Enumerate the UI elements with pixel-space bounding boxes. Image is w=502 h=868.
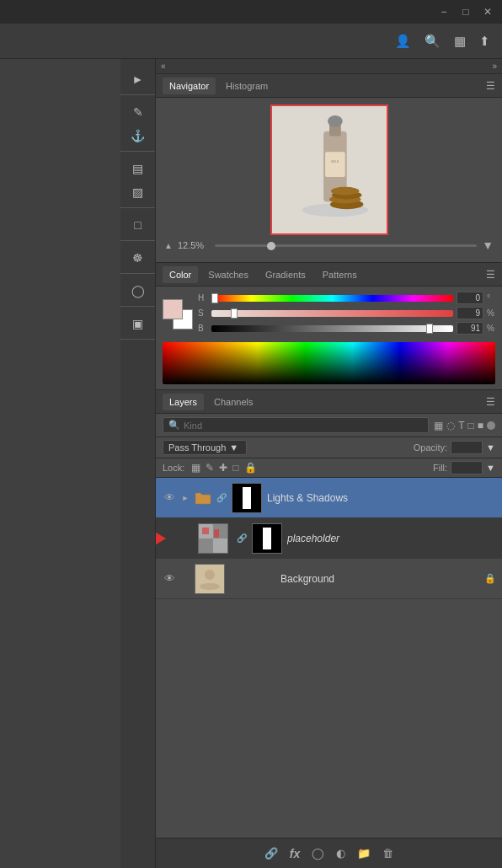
sat-slider-row: S 9 %	[198, 307, 495, 319]
svg-rect-12	[243, 487, 251, 509]
tab-color[interactable]: Color	[163, 266, 198, 283]
navigator-panel: Navigator Histogram ☰	[156, 74, 502, 263]
bri-slider-track[interactable]	[211, 325, 453, 332]
brush-tool[interactable]: ✎	[125, 100, 152, 124]
mask-tool[interactable]: ◯	[125, 279, 152, 303]
tab-patterns[interactable]: Patterns	[316, 266, 364, 283]
title-bar: − □ ✕	[0, 0, 502, 24]
opacity-row: Opacity: 100% ▼	[414, 441, 495, 454]
hue-slider-row: H 0 °	[198, 292, 495, 304]
color-menu-icon[interactable]: ☰	[486, 269, 495, 281]
layers-tool[interactable]: ▤	[125, 157, 152, 180]
zoom-slider[interactable]	[215, 244, 477, 247]
layers-search[interactable]: 🔍	[163, 417, 429, 433]
navigator-zoom-bar: ▲ 12.5% ▼	[163, 235, 495, 255]
search-icon[interactable]: 🔍	[425, 34, 441, 49]
filter-adjustment-icon[interactable]: □	[468, 420, 474, 431]
lock-move-icon[interactable]: ✚	[219, 462, 227, 474]
tab-navigator[interactable]: Navigator	[163, 78, 216, 94]
move-tool[interactable]: ►	[125, 67, 152, 91]
lock-paint-icon[interactable]: ✎	[206, 462, 214, 474]
tool-group-6: ◯	[120, 276, 155, 307]
stamp-tool[interactable]: ⚓	[125, 124, 152, 147]
tool-group-3: ▤ ▨	[120, 153, 155, 208]
svg-rect-15	[213, 538, 227, 553]
lock-artboard-icon[interactable]: □	[232, 462, 238, 474]
panel-collapse-bar: « »	[156, 59, 502, 74]
fill-value[interactable]: 100%	[451, 461, 483, 474]
layers-menu-icon[interactable]: ☰	[486, 396, 495, 408]
visibility-icon-bg[interactable]: 👁	[163, 572, 176, 586]
navigator-menu-icon[interactable]: ☰	[486, 80, 495, 92]
tab-gradients[interactable]: Gradients	[259, 266, 312, 283]
link-icon-lights[interactable]: 🔗	[216, 493, 227, 502]
library-tool[interactable]: ▣	[125, 312, 152, 335]
navigator-content: MILK ▲ 12.5%	[156, 98, 502, 262]
main-layout: ► ✎ ⚓ ▤ ▨ □ ☸ ◯ ▣	[0, 59, 502, 868]
layers-panel: Layers Channels ☰ 🔍 ▦ ◌ T □ ■	[156, 390, 502, 868]
lock-pixels-icon[interactable]: ▦	[191, 462, 200, 474]
filter-input[interactable]	[184, 421, 234, 431]
zoom-slider-thumb	[267, 242, 275, 250]
visibility-icon-lights[interactable]: 👁	[163, 491, 176, 505]
close-button[interactable]: ✕	[480, 4, 495, 19]
tab-channels[interactable]: Channels	[207, 394, 259, 410]
maximize-button[interactable]: □	[458, 4, 473, 19]
layer-item-background[interactable]: 👁 🔗 Background 🔒	[156, 559, 502, 599]
lock-all-icon[interactable]: 🔒	[244, 462, 257, 474]
tab-layers[interactable]: Layers	[163, 394, 204, 410]
svg-rect-19	[263, 528, 271, 549]
zoom-in-icon[interactable]: ▼	[482, 238, 494, 252]
right-collapse-arrow[interactable]: »	[492, 62, 497, 71]
thumbnail-bg-svg	[195, 565, 224, 593]
sat-value[interactable]: 9	[457, 307, 483, 319]
layer-item-lights-shadows[interactable]: 👁 ► 🔗 Lights & Shadows	[156, 478, 502, 518]
share-icon[interactable]: ⬆	[479, 34, 490, 49]
thumbnail2-placeholder-svg	[253, 524, 281, 553]
add-mask-icon[interactable]: ◯	[312, 847, 324, 860]
type-tool[interactable]: ▨	[125, 180, 152, 204]
filter-type-icon[interactable]: ▦	[434, 420, 443, 431]
fg-bg-swatches	[163, 299, 193, 330]
folder-group-icon[interactable]: 📁	[357, 847, 371, 860]
tool-group-4: □	[120, 210, 155, 241]
foreground-swatch[interactable]	[163, 299, 183, 319]
delete-layer-icon[interactable]: 🗑	[382, 847, 393, 860]
transform-tool[interactable]: □	[125, 213, 152, 237]
link-chain-icon[interactable]: 🔗	[264, 847, 278, 860]
layer-item-placeholder[interactable]: 👁 🔗	[156, 518, 502, 559]
opacity-arrow[interactable]: ▼	[486, 442, 495, 453]
fx-icon[interactable]: fx	[290, 847, 300, 860]
filter-text-icon[interactable]: T	[458, 420, 464, 431]
blend-dropdown-arrow: ▼	[229, 442, 238, 453]
color-spectrum[interactable]	[163, 342, 495, 384]
filter-effect-icon[interactable]: ◌	[446, 420, 455, 431]
tab-swatches[interactable]: Swatches	[201, 266, 255, 283]
filter-smart-icon[interactable]: ■	[478, 420, 483, 431]
filter-toggle[interactable]	[487, 421, 495, 430]
tab-histogram[interactable]: Histogram	[219, 78, 275, 94]
sat-slider-track[interactable]	[211, 310, 453, 317]
hue-value[interactable]: 0	[457, 292, 483, 304]
person-icon[interactable]: 👤	[395, 34, 411, 49]
lock-label: Lock:	[163, 463, 184, 473]
adjustment-layer-icon[interactable]: ◐	[336, 847, 345, 860]
expand-arrow-lights[interactable]: ►	[181, 494, 190, 502]
blend-mode-dropdown[interactable]: Pass Through ▼	[163, 440, 247, 455]
tool-group-5: ☸	[120, 243, 155, 274]
left-collapse-arrow[interactable]: «	[161, 62, 166, 71]
color-row: H 0 ° S 9	[163, 292, 495, 337]
thumbnail-background	[195, 564, 225, 594]
opacity-value[interactable]: 100%	[451, 441, 483, 454]
adjustments-tool[interactable]: ☸	[125, 246, 152, 270]
color-content: H 0 ° S 9	[156, 287, 502, 389]
hue-slider-thumb	[211, 293, 218, 303]
thumbnail-lights	[232, 483, 262, 513]
panels-icon[interactable]: ▦	[454, 34, 466, 49]
fill-arrow[interactable]: ▼	[486, 463, 495, 473]
bri-value[interactable]: 91	[457, 322, 483, 335]
hue-slider-track[interactable]	[211, 295, 453, 302]
link-icon-placeholder[interactable]: 🔗	[237, 533, 247, 543]
zoom-out-icon[interactable]: ▲	[164, 241, 173, 250]
minimize-button[interactable]: −	[436, 4, 451, 19]
